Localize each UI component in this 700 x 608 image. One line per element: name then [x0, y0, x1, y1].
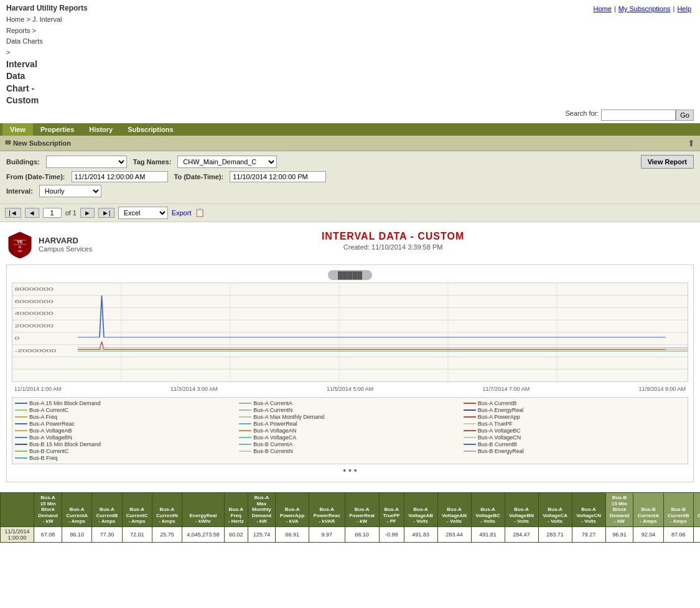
- current-page-title: Interval Data Chart - Custom: [6, 58, 88, 107]
- date-cell: 11/1/2014 1:00:00: [1, 526, 34, 542]
- legend-item: Bus-A PowerReac: [15, 421, 236, 427]
- data-cell: 284.47: [505, 526, 538, 542]
- legend-item: Bus-B Freq: [15, 455, 236, 461]
- report-title: INTERVAL DATA - CUSTOM: [92, 231, 694, 242]
- search-label: Search for:: [566, 110, 599, 121]
- breadcrumb-reports: Reports >: [6, 26, 88, 37]
- chart-legend: Bus-A 15 Min Block DemandBus-A CurrentAB…: [12, 397, 688, 464]
- to-label: To (Date-Time):: [174, 173, 224, 180]
- search-input[interactable]: [601, 110, 676, 121]
- report-header: VE RI TAS HARVARD Campus Services INTERV…: [6, 228, 694, 261]
- first-page-button[interactable]: |◄: [5, 208, 21, 218]
- table-header-cell: Bus-A VoltageCA - Volts: [538, 492, 572, 526]
- help-link[interactable]: Help: [677, 5, 691, 12]
- data-cell: 17.: [693, 526, 700, 542]
- legend-item: Bus-A Freq: [15, 414, 236, 420]
- subscription-title: ✉ New Subscription: [5, 139, 71, 147]
- to-input[interactable]: [230, 171, 326, 182]
- table-header-cell: Bus-A VoltageAN - Volts: [437, 492, 471, 526]
- report-area: VE RI TAS HARVARD Campus Services INTERV…: [0, 222, 700, 492]
- svg-text:0: 0: [15, 335, 20, 340]
- tab-view[interactable]: View: [2, 123, 33, 136]
- report-title-area: INTERVAL DATA - CUSTOM Created: 11/10/20…: [92, 231, 694, 251]
- table-header-cell: Bus-A CurrentC - Amps: [122, 492, 152, 526]
- next-page-button[interactable]: ►: [80, 208, 95, 218]
- legend-item: Bus-A PowerReal: [239, 421, 460, 427]
- subscription-label: New Subscription: [13, 139, 71, 147]
- legend-item: Bus-A VoltageCN: [464, 434, 685, 441]
- data-cell: 66.10: [345, 526, 379, 542]
- table-header-cell: Bus-A CurrentN - Amps: [152, 492, 182, 526]
- table-header-cell: Bus-A PowerReac - kVAR: [309, 492, 345, 526]
- legend-item: Bus-A VoltageAN: [239, 428, 460, 434]
- table-header-cell: Bus-A TruePF - PF: [379, 492, 404, 526]
- data-cell: 77.30: [92, 526, 122, 542]
- chart-title-box: █████: [12, 270, 688, 280]
- subscription-bar: ✉ New Subscription ⬆: [0, 136, 700, 151]
- buildings-select[interactable]: [46, 156, 127, 168]
- svg-text:RI: RI: [19, 245, 22, 249]
- legend-item: Bus-A TruePF: [464, 421, 685, 427]
- prev-page-button[interactable]: ◄: [25, 208, 39, 218]
- legend-item: Bus-A EnergyReal: [464, 407, 685, 413]
- x-label-4: 11/7/2014 7:00 AM: [483, 386, 530, 392]
- tag-names-select[interactable]: CHW_Main_Demand_C: [177, 156, 277, 168]
- legend-item: Bus-A CurrentN: [239, 407, 460, 413]
- svg-text:TAS: TAS: [17, 250, 22, 253]
- legend-item: Bus-B 15 Min Block Demand: [15, 441, 236, 447]
- tag-names-label: Tag Names:: [133, 158, 172, 166]
- go-button[interactable]: Go: [676, 110, 694, 121]
- left-nav: Harvard Utility Reports Home > J. Interv…: [6, 2, 88, 107]
- data-cell: 491.83: [404, 526, 437, 542]
- table-row: 11/1/2014 1:00:0067.0886.1077.3072.0125.…: [1, 526, 701, 542]
- tab-bar: View Properties History Subscriptions: [0, 123, 700, 136]
- created-text: Created: 11/10/2014 3:39:58 PM: [92, 243, 694, 251]
- chart-area: 80000000 60000000 40000000 20000000 0 -2…: [12, 283, 688, 382]
- my-subscriptions-link[interactable]: My Subscriptions: [618, 5, 671, 12]
- more-items-indicator: • • •: [12, 464, 688, 477]
- org-name: HARVARD: [39, 236, 92, 245]
- legend-item: Bus-B CurrentN: [239, 448, 460, 454]
- chart-container: █████ 80000000 60000000: [6, 264, 694, 482]
- harvard-logo: VE RI TAS HARVARD Campus Services: [6, 231, 92, 258]
- table-header-cell: Bus-A VoltageBC - Volts: [471, 492, 505, 526]
- tab-properties[interactable]: Properties: [33, 123, 82, 136]
- tab-history[interactable]: History: [82, 123, 120, 136]
- page-input[interactable]: [43, 208, 62, 218]
- data-table-wrapper: Bus-A 15 Min Block Demand - kWBus-A Curr…: [0, 492, 700, 543]
- export-button[interactable]: Export: [172, 209, 192, 217]
- data-cell: 86.10: [62, 526, 92, 542]
- legend-item: Bus-B CurrentA: [239, 441, 460, 447]
- view-report-button[interactable]: View Report: [641, 155, 694, 169]
- envelope-icon: ✉: [5, 139, 11, 147]
- search-row: Search for: Go: [0, 110, 700, 123]
- x-label-2: 11/3/2014 3:00 AM: [170, 386, 218, 392]
- legend-item: Bus-B CurrentB: [464, 441, 685, 447]
- table-header-cell: Bus-A 15 Min Block Demand - kW: [34, 492, 62, 526]
- data-cell: 79.27: [572, 526, 605, 542]
- table-header-cell: Bus-A Max Monthly Demand - kW: [248, 492, 276, 526]
- collapse-icon[interactable]: ⬆: [688, 138, 695, 148]
- home-link[interactable]: Home: [594, 5, 612, 12]
- form-controls: Buildings: Tag Names: CHW_Main_Demand_C …: [0, 151, 700, 204]
- export-icon: 📋: [195, 208, 205, 217]
- export-format-select[interactable]: Excel: [118, 207, 168, 219]
- page-total: of 1: [65, 209, 77, 217]
- legend-item: Bus-A VoltageBC: [464, 428, 685, 434]
- last-page-button[interactable]: ►|: [98, 208, 114, 218]
- table-header-cell: Bus-A Freq - Hertz: [225, 492, 248, 526]
- from-input[interactable]: [72, 171, 168, 182]
- svg-text:-20000000: -20000000: [15, 348, 57, 353]
- data-cell: 66.91: [276, 526, 309, 542]
- form-row-2: From (Date-Time): To (Date-Time):: [6, 171, 694, 182]
- tab-subscriptions[interactable]: Subscriptions: [120, 123, 180, 136]
- table-header-cell: Bus-B CurrentA - Amps: [633, 492, 663, 526]
- svg-text:20000000: 20000000: [15, 323, 54, 328]
- legend-item: Bus-A CurrentB: [464, 400, 685, 406]
- data-cell: 283.44: [437, 526, 471, 542]
- interval-select[interactable]: Hourly: [39, 185, 101, 197]
- interval-label: Interval:: [6, 187, 33, 195]
- data-table: Bus-A 15 Min Block Demand - kWBus-A Curr…: [0, 492, 700, 543]
- x-label-5: 11/9/2014 9:00 AM: [638, 386, 686, 392]
- table-header-cell: Bus-A PowerApp - kVA: [276, 492, 309, 526]
